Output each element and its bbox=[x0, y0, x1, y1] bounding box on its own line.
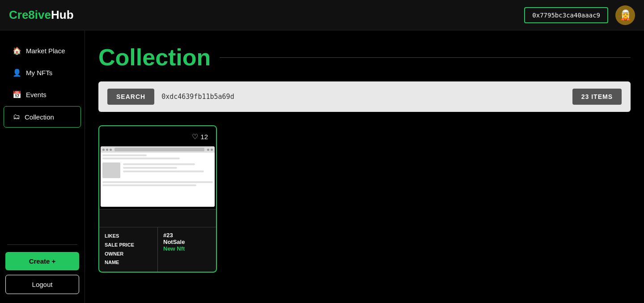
sidebar-item-mynfts-label: My NFTs bbox=[26, 69, 52, 77]
name-label: NAME bbox=[105, 258, 152, 267]
collection-icon: 🗂 bbox=[13, 113, 20, 121]
sidebar-item-collection[interactable]: 🗂 Collection bbox=[4, 106, 81, 128]
title-divider bbox=[220, 57, 631, 58]
header: Cre8iveHub 0x7795bc3ca40aaac9 🧝 bbox=[0, 0, 644, 30]
browser-dot-5 bbox=[211, 149, 213, 151]
content-line-4 bbox=[123, 167, 177, 169]
user-icon: 👤 bbox=[13, 68, 21, 77]
nft-thumbnail bbox=[101, 146, 215, 207]
browser-mock bbox=[101, 146, 215, 207]
owner-label: OWNER bbox=[105, 250, 152, 259]
sidebar-bottom: Create + Logout bbox=[0, 252, 85, 294]
nft-likes: ♡ 12 bbox=[188, 131, 212, 143]
sidebar-item-events-label: Events bbox=[26, 91, 47, 98]
sidebar-item-mynfts[interactable]: 👤 My NFTs bbox=[4, 62, 81, 83]
sidebar-item-marketplace[interactable]: 🏠 Market Place bbox=[4, 40, 81, 61]
sidebar-item-marketplace-label: Market Place bbox=[26, 47, 65, 55]
create-button[interactable]: Create + bbox=[5, 252, 79, 270]
nft-card[interactable]: ♡ 12 bbox=[98, 125, 217, 273]
sale-price-label: SALE PRICE bbox=[105, 241, 152, 250]
items-badge: 23 ITEMS bbox=[572, 89, 622, 105]
browser-dot-1 bbox=[102, 149, 105, 151]
content-line-2 bbox=[102, 158, 180, 159]
content-line-7 bbox=[102, 184, 196, 186]
sidebar-divider bbox=[7, 244, 77, 245]
nft-card-top: ♡ 12 bbox=[99, 126, 216, 209]
browser-bar bbox=[101, 146, 215, 153]
logo: Cre8iveHub bbox=[9, 8, 74, 22]
main-layout: 🏠 Market Place 👤 My NFTs 📅 Events 🗂 Coll… bbox=[0, 30, 644, 303]
calendar-icon: 📅 bbox=[13, 90, 21, 99]
content-line-3 bbox=[123, 163, 195, 165]
search-input[interactable] bbox=[161, 93, 565, 101]
search-bar: SEARCH 23 ITEMS bbox=[98, 81, 631, 112]
browser-url-bar bbox=[114, 148, 204, 151]
browser-dot-2 bbox=[106, 149, 108, 151]
sidebar: 🏠 Market Place 👤 My NFTs 📅 Events 🗂 Coll… bbox=[0, 30, 85, 303]
nft-name: New Nft bbox=[163, 245, 211, 252]
logout-button[interactable]: Logout bbox=[5, 275, 79, 294]
main-content: Collection SEARCH 23 ITEMS ♡ 12 bbox=[85, 30, 644, 303]
logo-part1: Cre8ive bbox=[9, 8, 51, 21]
nft-card-right: #23 NotSale New Nft bbox=[158, 227, 216, 272]
home-icon: 🏠 bbox=[13, 47, 21, 55]
nft-card-left: LIKES SALE PRICE OWNER NAME bbox=[99, 227, 158, 272]
token-id: #23 bbox=[163, 232, 211, 239]
browser-content bbox=[101, 153, 215, 207]
sidebar-nav: 🏠 Market Place 👤 My NFTs 📅 Events 🗂 Coll… bbox=[0, 39, 85, 237]
wallet-address[interactable]: 0x7795bc3ca40aaac9 bbox=[524, 7, 608, 23]
likes-label: LIKES bbox=[105, 232, 152, 241]
nft-card-info: LIKES SALE PRICE OWNER NAME #23 NotSale … bbox=[99, 227, 216, 272]
sale-status: NotSale bbox=[163, 239, 211, 245]
content-line-6 bbox=[102, 181, 213, 183]
content-block bbox=[102, 162, 213, 178]
page-title: Collection bbox=[98, 44, 211, 71]
search-button[interactable]: SEARCH bbox=[107, 89, 154, 105]
content-text-lines bbox=[123, 162, 213, 178]
content-line-1 bbox=[102, 154, 147, 156]
nft-card-mid bbox=[99, 209, 216, 227]
browser-dot-4 bbox=[207, 149, 209, 151]
likes-count: 12 bbox=[200, 133, 208, 141]
browser-dot-3 bbox=[110, 149, 112, 151]
nft-grid: ♡ 12 bbox=[98, 125, 631, 273]
header-right: 0x7795bc3ca40aaac9 🧝 bbox=[524, 5, 635, 25]
sidebar-item-events[interactable]: 📅 Events bbox=[4, 84, 81, 105]
avatar: 🧝 bbox=[615, 5, 635, 25]
browser-content-inner bbox=[102, 154, 213, 186]
page-title-row: Collection bbox=[98, 44, 631, 71]
logo-part2: Hub bbox=[51, 8, 74, 21]
sidebar-item-collection-label: Collection bbox=[25, 113, 54, 121]
content-line-5 bbox=[123, 171, 204, 172]
heart-icon: ♡ bbox=[192, 132, 198, 141]
content-img-placeholder bbox=[102, 162, 120, 178]
